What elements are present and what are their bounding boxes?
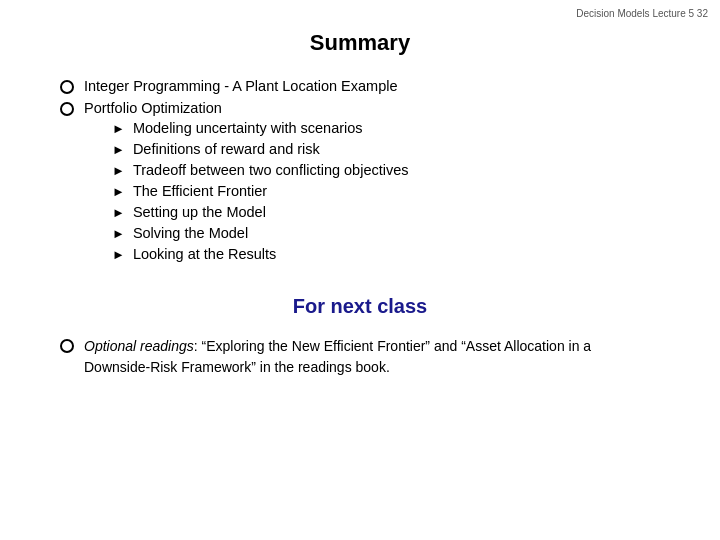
circle-bullet-icon: [60, 102, 74, 116]
sub-list-item: ► Modeling uncertainty with scenarios: [112, 120, 409, 136]
sub-item-text: Solving the Model: [133, 225, 248, 241]
arrow-icon: ►: [112, 226, 125, 241]
sub-item-text: Looking at the Results: [133, 246, 276, 262]
arrow-icon: ►: [112, 163, 125, 178]
main-content: Summary Integer Programming - A Plant Lo…: [0, 0, 720, 398]
main-bullet-list: Integer Programming - A Plant Location E…: [60, 78, 660, 267]
circle-bullet-icon: [60, 80, 74, 94]
sub-item-text: Setting up the Model: [133, 204, 266, 220]
optional-prefix: Optional readings: [84, 338, 194, 354]
list-item: Integer Programming - A Plant Location E…: [60, 78, 660, 94]
arrow-icon: ►: [112, 205, 125, 220]
sub-list-item: ► Solving the Model: [112, 225, 409, 241]
arrow-icon: ►: [112, 142, 125, 157]
page-title: Summary: [60, 30, 660, 56]
header-label: Decision Models Lecture 5 32: [576, 8, 708, 19]
for-next-class-heading: For next class: [60, 295, 660, 318]
sub-list-item: ► Looking at the Results: [112, 246, 409, 262]
arrow-icon: ►: [112, 121, 125, 136]
sub-item-text: The Efficient Frontier: [133, 183, 267, 199]
portfolio-section: Portfolio Optimization ► Modeling uncert…: [84, 100, 409, 267]
optional-readings-section: Optional readings: “Exploring the New Ef…: [60, 336, 660, 378]
optional-readings-text: Optional readings: “Exploring the New Ef…: [84, 336, 660, 378]
sub-list-item: ► The Efficient Frontier: [112, 183, 409, 199]
sub-list-item: ► Definitions of reward and risk: [112, 141, 409, 157]
bullet-text: Integer Programming - A Plant Location E…: [84, 78, 398, 94]
page-header: Decision Models Lecture 5 32: [576, 8, 708, 19]
list-item: Portfolio Optimization ► Modeling uncert…: [60, 100, 660, 267]
sub-item-text: Tradeoff between two conflicting objecti…: [133, 162, 409, 178]
sub-bullet-list: ► Modeling uncertainty with scenarios ► …: [84, 120, 409, 262]
portfolio-label: Portfolio Optimization: [84, 100, 222, 116]
circle-bullet-icon: [60, 339, 74, 353]
sub-item-text: Modeling uncertainty with scenarios: [133, 120, 363, 136]
sub-list-item: ► Setting up the Model: [112, 204, 409, 220]
sub-item-text: Definitions of reward and risk: [133, 141, 320, 157]
sub-list-item: ► Tradeoff between two conflicting objec…: [112, 162, 409, 178]
arrow-icon: ►: [112, 184, 125, 199]
arrow-icon: ►: [112, 247, 125, 262]
